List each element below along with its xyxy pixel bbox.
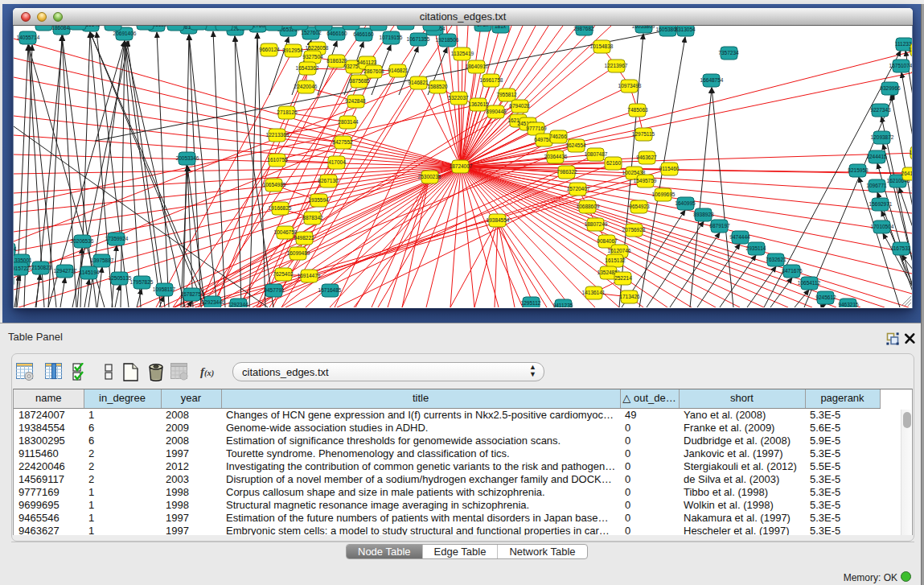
svg-text:1096771: 1096771 xyxy=(866,183,887,188)
svg-text:9463627: 9463627 xyxy=(636,154,657,160)
svg-text:5322037: 5322037 xyxy=(448,95,469,101)
svg-text:7955812: 7955812 xyxy=(496,92,517,97)
svg-text:1713426: 1713426 xyxy=(619,294,640,299)
svg-text:8313054: 8313054 xyxy=(675,27,696,32)
svg-text:417004: 417004 xyxy=(328,159,346,165)
svg-text:20206536: 20206536 xyxy=(71,238,94,244)
svg-text:11325419: 11325419 xyxy=(451,51,474,56)
svg-text:8990448: 8990448 xyxy=(486,109,507,114)
svg-text:1123x: 1123x xyxy=(0,278,12,283)
svg-text:14055714: 14055714 xyxy=(17,35,40,40)
svg-text:15720407: 15720407 xyxy=(567,186,590,192)
svg-text:10154838: 10154838 xyxy=(590,43,614,49)
svg-text:9146821: 9146821 xyxy=(388,68,409,73)
svg-text:9327504: 9327504 xyxy=(302,54,323,60)
svg-text:15226058: 15226058 xyxy=(306,45,329,51)
svg-text:8938928: 8938928 xyxy=(693,212,714,217)
svg-text:16053809: 16053809 xyxy=(632,23,655,29)
svg-text:9498222: 9498222 xyxy=(294,235,314,241)
svg-text:2867608: 2867608 xyxy=(363,68,384,74)
svg-text:9474444: 9474444 xyxy=(729,234,750,240)
svg-text:18807249: 18807249 xyxy=(585,221,608,227)
svg-text:17010504: 17010504 xyxy=(871,224,894,229)
svg-text:22420046: 22420046 xyxy=(294,84,318,89)
svg-text:10973493: 10973493 xyxy=(618,83,642,89)
svg-text:3915722: 3915722 xyxy=(9,266,30,271)
svg-text:18640910: 18640910 xyxy=(466,64,489,69)
svg-text:10699695: 10699695 xyxy=(652,192,676,197)
svg-text:3875685: 3875685 xyxy=(349,78,370,84)
svg-text:2987682: 2987682 xyxy=(573,26,594,31)
svg-text:7625402: 7625402 xyxy=(273,271,294,277)
svg-text:9411235: 9411235 xyxy=(553,303,573,308)
svg-text:1588520: 1588520 xyxy=(427,84,448,89)
svg-text:9146821: 9146821 xyxy=(408,80,429,85)
svg-text:151x: 151x xyxy=(372,21,384,27)
svg-text:181x: 181x xyxy=(495,23,507,29)
svg-text:1610755: 1610755 xyxy=(267,157,288,163)
svg-text:15751074: 15751074 xyxy=(889,63,913,68)
svg-text:17359924: 17359924 xyxy=(105,236,129,241)
svg-text:8186328: 8186328 xyxy=(326,58,347,64)
svg-text:13975887: 13975887 xyxy=(91,257,114,263)
svg-text:16543362: 16543362 xyxy=(296,65,319,71)
svg-text:9084067: 9084067 xyxy=(597,238,618,244)
svg-text:25300235: 25300235 xyxy=(418,174,441,179)
svg-text:9245612: 9245612 xyxy=(815,295,836,300)
svg-text:2641123: 2641123 xyxy=(901,171,922,176)
svg-text:1615132: 1615132 xyxy=(605,257,626,263)
svg-text:7485063: 7485063 xyxy=(627,107,648,113)
svg-text:121x: 121x xyxy=(268,21,280,27)
svg-text:12923446: 12923446 xyxy=(202,299,225,305)
svg-text:1362615: 1362615 xyxy=(468,101,489,107)
svg-text:7986322: 7986322 xyxy=(556,169,577,175)
svg-text:14136141: 14136141 xyxy=(582,290,606,295)
svg-text:16648754: 16648754 xyxy=(700,77,724,83)
svg-text:20364436: 20364436 xyxy=(544,154,568,159)
svg-text:1295112: 1295112 xyxy=(521,300,541,306)
svg-text:15716485: 15716485 xyxy=(318,287,342,293)
svg-text:19218506: 19218506 xyxy=(436,37,459,43)
svg-text:3351194: 3351194 xyxy=(0,246,17,252)
svg-text:141x: 141x xyxy=(318,21,331,27)
svg-text:16782759: 16782759 xyxy=(181,291,204,297)
svg-text:19166825: 19166825 xyxy=(269,205,292,211)
svg-text:10671355: 10671355 xyxy=(407,36,430,42)
svg-text:9115460: 9115460 xyxy=(659,166,680,171)
svg-text:12150823: 12150823 xyxy=(29,265,52,270)
svg-text:2718126: 2718126 xyxy=(277,109,298,115)
svg-text:6794028: 6794028 xyxy=(509,103,530,109)
svg-text:12975115: 12975115 xyxy=(632,131,655,137)
svg-text:16099489: 16099489 xyxy=(287,250,310,256)
svg-text:9463215: 9463215 xyxy=(838,302,859,307)
svg-text:12093872: 12093872 xyxy=(871,134,894,140)
svg-text:1065328: 1065328 xyxy=(203,21,224,27)
svg-text:10807487: 10807487 xyxy=(585,151,608,157)
svg-text:6466160: 6466160 xyxy=(353,31,374,37)
svg-text:20756928: 20756928 xyxy=(622,227,646,233)
svg-text:9457791: 9457791 xyxy=(264,287,285,293)
svg-text:10688609: 10688609 xyxy=(577,204,600,209)
svg-text:62160: 62160 xyxy=(606,160,621,166)
svg-text:1244415: 1244415 xyxy=(866,154,887,159)
svg-text:1167533: 1167533 xyxy=(891,245,911,251)
svg-text:3624554: 3624554 xyxy=(565,142,586,148)
svg-text:5461123: 5461123 xyxy=(357,60,377,65)
svg-text:12213369: 12213369 xyxy=(266,132,290,138)
svg-text:18724007: 18724007 xyxy=(450,163,473,169)
svg-text:7357234: 7357234 xyxy=(718,50,739,56)
svg-text:16914479: 16914479 xyxy=(298,273,321,278)
svg-text:210x: 210x xyxy=(72,20,84,26)
svg-text:20691406: 20691406 xyxy=(113,31,137,36)
svg-text:203x: 203x xyxy=(139,20,151,26)
svg-text:2935114: 2935114 xyxy=(746,245,766,251)
svg-text:8267130: 8267130 xyxy=(318,178,339,183)
svg-text:1935594: 1935594 xyxy=(308,197,329,203)
svg-text:17957825: 17957825 xyxy=(130,279,154,285)
svg-text:207x: 207x xyxy=(400,20,413,26)
svg-text:15692971: 15692971 xyxy=(869,201,893,207)
svg-text:9777169: 9777169 xyxy=(526,126,547,131)
svg-text:20053346: 20053346 xyxy=(176,155,199,161)
svg-text:202x: 202x xyxy=(346,20,358,26)
svg-text:8912954: 8912954 xyxy=(282,47,303,53)
